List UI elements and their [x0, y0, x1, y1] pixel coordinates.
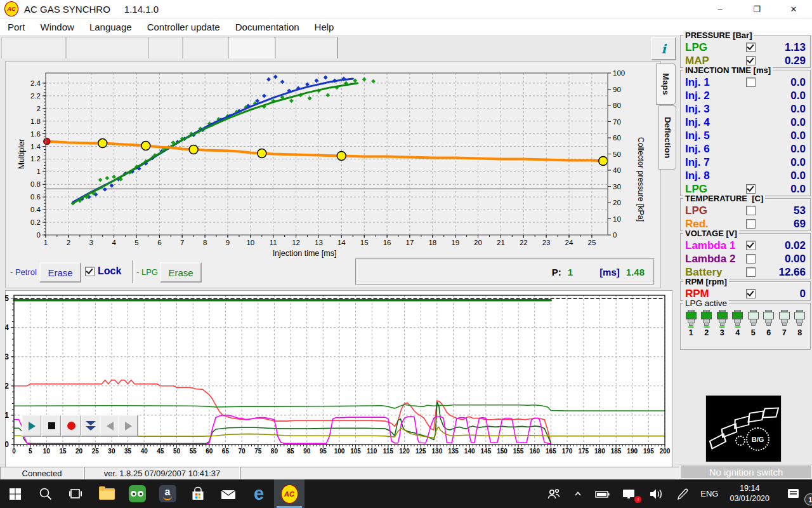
- svg-text:1.2: 1.2: [30, 155, 41, 163]
- info-button[interactable]: i: [651, 37, 676, 60]
- fast-forward-button[interactable]: [81, 415, 101, 437]
- sensor-checkbox[interactable]: [746, 254, 756, 264]
- minimize-button[interactable]: –: [702, 0, 738, 18]
- svg-text:2: 2: [5, 382, 9, 391]
- battery-icon[interactable]: [589, 479, 616, 508]
- svg-text:95: 95: [320, 448, 327, 455]
- toolbar-tab-6[interactable]: [275, 37, 337, 58]
- sensor-row: Inj. 50.0: [681, 129, 810, 142]
- display-alert-icon[interactable]: !: [616, 479, 643, 508]
- taskbar-search-icon[interactable]: [30, 479, 61, 508]
- tab-maps[interactable]: Maps: [656, 64, 676, 105]
- sensor-checkbox[interactable]: [746, 43, 756, 52]
- taskbar-file-explorer-icon[interactable]: [91, 479, 122, 508]
- sensor-label: Lambda 1: [685, 239, 746, 252]
- map-chart[interactable]: 1234567891011121314151617181920212223242…: [5, 62, 658, 262]
- menu-item-language[interactable]: Language: [82, 22, 140, 32]
- map-nodes[interactable]: [98, 139, 107, 148]
- play-icon: [29, 422, 36, 431]
- speaker-icon[interactable]: [643, 479, 669, 508]
- sensor-checkbox[interactable]: [746, 289, 756, 298]
- map-nodes[interactable]: [599, 157, 608, 166]
- restore-button[interactable]: ❐: [738, 0, 775, 18]
- toolbar-tab-3[interactable]: [148, 37, 183, 58]
- step-back-button[interactable]: [100, 415, 120, 437]
- taskbar-tripadvisor-icon[interactable]: [122, 479, 152, 508]
- play-button[interactable]: [22, 415, 42, 437]
- svg-text:185: 185: [611, 448, 622, 455]
- taskbar-ac-gas-synchro-icon[interactable]: AC: [274, 479, 304, 508]
- svg-text:20: 20: [613, 199, 621, 206]
- menu-item-controller-update[interactable]: Controller update: [140, 22, 228, 32]
- sensor-value: 0.0: [763, 103, 806, 116]
- taskbar-task-view-icon[interactable]: [61, 479, 91, 508]
- clock[interactable]: 19:14 03/01/2020: [724, 479, 775, 508]
- menu-item-port[interactable]: Port: [0, 22, 33, 32]
- svg-text:23: 23: [542, 239, 551, 246]
- map-nodes[interactable]: [141, 142, 150, 150]
- map-nodes[interactable]: [189, 145, 198, 154]
- p-label: P:: [552, 267, 561, 277]
- erase-petrol-button[interactable]: Erase: [39, 262, 81, 283]
- taskbar-mail-icon[interactable]: [213, 479, 244, 508]
- people-icon[interactable]: [541, 479, 566, 508]
- indicator-dot-icon: [735, 436, 745, 446]
- svg-text:200: 200: [660, 448, 671, 455]
- svg-text:5: 5: [5, 294, 9, 303]
- oscilloscope-chart: 0510152025303540455055606570758085909510…: [5, 290, 671, 467]
- sensor-checkbox[interactable]: [746, 184, 756, 194]
- toolbar-tab-5[interactable]: [228, 37, 275, 58]
- close-button[interactable]: ✕: [775, 0, 812, 18]
- record-button[interactable]: [61, 415, 81, 437]
- toolbar-tab-1[interactable]: [1, 37, 66, 58]
- title-bar: AC AC GAS SYNCHRO 1.14.1.0 – ❐ ✕: [0, 0, 812, 18]
- step-forward-button[interactable]: [118, 415, 138, 437]
- petrol-label: - Petrol: [10, 267, 37, 277]
- menu-item-help[interactable]: Help: [307, 22, 342, 32]
- stop-button[interactable]: [41, 415, 62, 437]
- sensor-row: LPG53: [681, 204, 810, 217]
- svg-text:4: 4: [112, 239, 116, 246]
- sensor-checkbox[interactable]: [746, 56, 756, 65]
- sensor-label: Inj. 8: [685, 170, 746, 182]
- lock-checkbox[interactable]: [85, 267, 95, 276]
- taskbar-store-icon[interactable]: [183, 479, 213, 508]
- svg-text:80: 80: [613, 102, 621, 109]
- sensor-checkbox[interactable]: [746, 219, 756, 229]
- sensor-checkbox[interactable]: [746, 267, 756, 277]
- svg-text:65: 65: [222, 448, 230, 455]
- sensor-checkbox[interactable]: [746, 77, 756, 87]
- svg-text:35: 35: [124, 448, 132, 455]
- svg-text:1.6: 1.6: [30, 130, 41, 138]
- toolbar-tab-4[interactable]: [183, 37, 228, 58]
- taskbar-edge-icon[interactable]: e: [244, 479, 274, 508]
- chevron-up-icon[interactable]: [566, 479, 589, 508]
- sensor-label: Inj. 7: [685, 156, 746, 169]
- map-nodes[interactable]: [337, 152, 346, 161]
- erase-lpg-button[interactable]: Erase: [160, 262, 202, 283]
- taskbar-amazon-icon[interactable]: a: [152, 479, 183, 508]
- menu-item-window[interactable]: Window: [33, 22, 82, 32]
- svg-text:90: 90: [303, 448, 311, 455]
- toolbar-tab-2[interactable]: [66, 37, 148, 58]
- sensor-label: Inj. 1: [685, 76, 746, 89]
- svg-text:155: 155: [513, 448, 524, 455]
- sensor-value: 0.0: [763, 183, 806, 196]
- ms-value: 1.48: [626, 267, 645, 277]
- menu-item-documentation[interactable]: Documentation: [228, 22, 307, 32]
- sensor-checkbox[interactable]: [746, 206, 756, 215]
- svg-text:15: 15: [59, 448, 67, 455]
- svg-text:60: 60: [613, 134, 621, 142]
- sidebar-panel: TEMPERATURE [C]LPG53Red.69: [680, 198, 811, 231]
- notification-icon[interactable]: 1: [775, 479, 812, 508]
- sensor-checkbox[interactable]: [746, 241, 756, 250]
- tab-deflection[interactable]: Deflection: [658, 105, 676, 170]
- map-nodes[interactable]: [258, 149, 266, 158]
- pen-icon[interactable]: [669, 479, 695, 508]
- sensor-value: 0.00: [763, 253, 806, 265]
- taskbar-start-icon[interactable]: [0, 479, 30, 508]
- language-indicator[interactable]: ENG: [695, 479, 724, 508]
- ignition-status: No ignition switch: [681, 465, 811, 478]
- benzine-gas-switch-icon[interactable]: B/G: [746, 427, 769, 451]
- panel-title: PRESSURE [Bar]: [683, 30, 754, 40]
